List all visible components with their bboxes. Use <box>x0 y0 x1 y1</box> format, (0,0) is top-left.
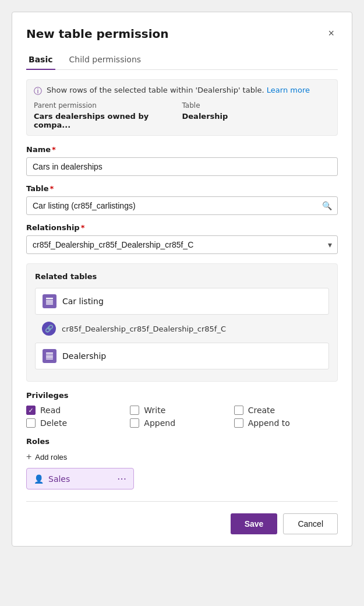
search-icon: 🔍 <box>322 201 332 210</box>
privilege-create: Create <box>234 406 338 415</box>
relationship-select[interactable]: cr85f_Dealership_cr85f_Dealership_cr85f_… <box>26 235 338 254</box>
svg-rect-3 <box>46 303 53 304</box>
table-field-wrapper: 🔍 <box>26 196 338 215</box>
save-button[interactable]: Save <box>231 513 278 534</box>
checkbox-create[interactable] <box>234 406 243 415</box>
relationship-field-wrapper: cr85f_Dealership_cr85f_Dealership_cr85f_… <box>26 235 338 254</box>
table-icon-car-listing <box>43 294 56 308</box>
svg-rect-8 <box>46 358 53 359</box>
person-icon: 👤 <box>34 474 44 484</box>
modal-title: New table permission <box>26 27 169 41</box>
svg-rect-9 <box>46 359 53 360</box>
relationship-label: Relationship* <box>26 223 338 232</box>
related-tables-title: Related tables <box>35 272 329 281</box>
delete-label: Delete <box>40 418 67 428</box>
add-roles-button[interactable]: + Add roles <box>26 450 67 463</box>
link-label: cr85f_Dealership_cr85f_Dealership_cr85f_… <box>62 325 226 333</box>
tab-bar: Basic Child permissions <box>26 50 338 70</box>
privileges-grid: Read Write Create Delete Append Append t… <box>26 406 338 428</box>
info-box: ⓘ Show rows of the selected table within… <box>26 79 338 136</box>
svg-rect-6 <box>46 355 53 356</box>
info-text: Show rows of the selected table within '… <box>47 86 310 94</box>
name-field-wrapper <box>26 157 338 176</box>
cancel-button[interactable]: Cancel <box>283 513 338 534</box>
privileges-title: Privileges <box>26 391 338 400</box>
footer-divider <box>26 501 338 502</box>
close-button[interactable]: × <box>324 26 338 41</box>
svg-rect-2 <box>46 301 53 302</box>
dealership-label: Dealership <box>62 351 106 361</box>
svg-rect-5 <box>46 353 53 354</box>
related-item-link: 🔗 cr85f_Dealership_cr85f_Dealership_cr85… <box>35 318 329 339</box>
role-tag-sales: 👤 Sales ⋯ <box>26 468 134 489</box>
related-item-dealership: Dealership <box>35 343 329 369</box>
car-listing-label: Car listing <box>62 297 104 306</box>
related-tables-section: Related tables Car listing 🔗 cr85f_Deale… <box>26 263 338 382</box>
svg-rect-1 <box>46 300 53 301</box>
privilege-append: Append <box>130 418 234 428</box>
svg-rect-4 <box>46 304 53 305</box>
create-label: Create <box>248 406 275 415</box>
append-to-label: Append to <box>248 418 290 428</box>
privileges-section: Privileges Read Write Create Delete Appe… <box>26 391 338 428</box>
append-label: Append <box>144 418 175 428</box>
table-icon-dealership <box>43 349 56 363</box>
link-icon: 🔗 <box>42 322 56 336</box>
tab-basic[interactable]: Basic <box>26 50 55 70</box>
plus-icon: + <box>26 452 31 462</box>
table-input[interactable] <box>26 196 338 215</box>
tab-child-permissions[interactable]: Child permissions <box>67 50 144 70</box>
footer-buttons: Save Cancel <box>26 513 338 534</box>
info-icon: ⓘ <box>34 86 42 97</box>
related-item-car-listing: Car listing <box>35 288 329 315</box>
privilege-write: Write <box>130 406 234 415</box>
role-options-button[interactable]: ⋯ <box>117 473 126 484</box>
write-label: Write <box>144 406 165 415</box>
roles-title: Roles <box>26 437 338 446</box>
checkbox-read[interactable] <box>26 406 36 415</box>
roles-section: Roles + Add roles 👤 Sales ⋯ <box>26 437 338 489</box>
svg-rect-0 <box>46 298 53 299</box>
privilege-append-to: Append to <box>234 418 338 428</box>
checkbox-delete[interactable] <box>26 418 36 428</box>
checkbox-write[interactable] <box>130 406 139 415</box>
read-label: Read <box>40 406 61 415</box>
learn-more-link[interactable]: Learn more <box>267 86 310 94</box>
checkbox-append[interactable] <box>130 418 139 428</box>
privilege-read: Read <box>26 406 130 415</box>
modal-container: New table permission × Basic Child permi… <box>12 12 352 547</box>
name-label: Name* <box>26 145 338 154</box>
privilege-delete: Delete <box>26 418 130 428</box>
name-input[interactable] <box>26 157 338 176</box>
checkbox-append-to[interactable] <box>234 418 243 428</box>
role-name-sales: Sales <box>48 474 70 484</box>
info-table: Parent permission Table Cars dealerships… <box>34 101 330 129</box>
svg-rect-7 <box>46 356 53 357</box>
table-label: Table* <box>26 184 338 193</box>
modal-header: New table permission × <box>26 26 338 41</box>
